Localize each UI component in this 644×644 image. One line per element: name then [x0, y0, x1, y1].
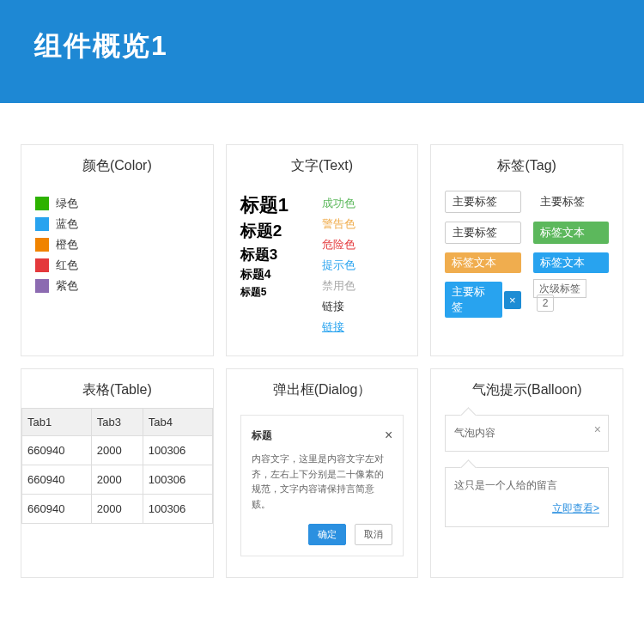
tag-closable-label: 主要标签	[445, 282, 502, 318]
table-cell: 660940	[22, 495, 92, 524]
color-swatch	[35, 217, 49, 231]
color-card-title: 颜色(Color)	[21, 145, 213, 184]
balloon-card: 气泡提示(Balloon) 气泡内容 × 这只是一个人给的留言 立即查看>	[430, 368, 623, 578]
color-row: 红色	[35, 258, 199, 273]
tag-card-title: 标签(Tag)	[431, 145, 623, 184]
headings-column: 标题1 标题2 标题3 标题4 标题5	[240, 191, 322, 340]
color-swatch	[35, 279, 49, 293]
table-header[interactable]: Tab1	[22, 409, 92, 436]
cancel-button[interactable]: 取消	[355, 524, 392, 545]
balloon-tip-1: 气泡内容 ×	[445, 415, 609, 452]
page-banner: 组件概览1	[0, 0, 644, 103]
dialog-title: 标题	[252, 428, 272, 443]
balloon-link[interactable]: 立即查看>	[454, 501, 599, 516]
state-disabled: 禁用色	[322, 278, 404, 294]
heading-2: 标题2	[240, 220, 322, 242]
heading-3: 标题3	[240, 245, 322, 264]
color-row: 蓝色	[35, 216, 199, 232]
color-card: 颜色(Color) 绿色蓝色橙色红色紫色	[21, 144, 214, 356]
table-cell: 660940	[22, 465, 92, 495]
states-column: 成功色 警告色 危险色 提示色 禁用色 链接 链接	[322, 191, 404, 340]
table-header[interactable]: Tab4	[143, 409, 212, 436]
balloon-card-title: 气泡提示(Balloon)	[431, 369, 623, 408]
table-row: 6609402000100306	[22, 495, 213, 524]
tag-badge: 2	[537, 295, 555, 312]
heading-5: 标题5	[240, 285, 322, 300]
tag-card: 标签(Tag) 主要标签 主要标签 主要标签 标签文本 标签文本 标签文本 主要…	[430, 144, 623, 356]
balloon-text: 这只是一个人给的留言	[454, 479, 557, 491]
dialog-body-text: 内容文字，这里是内容文字左对齐，左右上下分别是二十像素的规范，文字内容请保持言简…	[252, 452, 393, 512]
color-label: 蓝色	[56, 216, 78, 232]
table-row: 6609402000100306	[22, 436, 213, 465]
table-cell: 2000	[91, 436, 143, 465]
heading-1: 标题1	[240, 192, 322, 218]
state-danger: 危险色	[322, 237, 404, 252]
close-icon[interactable]: ×	[594, 422, 601, 436]
tag-primary-plain[interactable]: 主要标签	[533, 191, 609, 213]
state-link[interactable]: 链接	[322, 299, 404, 314]
dialog-card: 弹出框(Dialog） 标题 × 内容文字，这里是内容文字左对齐，左右上下分别是…	[226, 368, 419, 578]
tag-green[interactable]: 标签文本	[533, 222, 609, 244]
color-row: 紫色	[35, 278, 199, 294]
close-icon[interactable]: ×	[504, 291, 521, 309]
page-title: 组件概览1	[34, 27, 610, 65]
table-cell: 2000	[91, 465, 143, 495]
tag-primary-outline-2[interactable]: 主要标签	[445, 222, 520, 244]
color-label: 橙色	[56, 237, 78, 252]
table-cell: 100306	[143, 465, 212, 495]
color-swatch	[35, 258, 49, 272]
confirm-button[interactable]: 确定	[308, 524, 346, 545]
table-card: 表格(Table) Tab1Tab3Tab4 66094020001003066…	[21, 368, 214, 578]
tag-blue[interactable]: 标签文本	[533, 252, 609, 273]
color-label: 绿色	[56, 196, 78, 211]
table-header[interactable]: Tab3	[91, 409, 143, 436]
table-cell: 100306	[143, 495, 212, 524]
text-card-title: 文字(Text)	[227, 145, 418, 184]
tag-primary-outline[interactable]: 主要标签	[445, 191, 520, 213]
state-link-active[interactable]: 链接	[322, 319, 404, 335]
table-cell: 2000	[91, 495, 143, 524]
table-row: 6609402000100306	[22, 465, 213, 495]
dialog-card-title: 弹出框(Dialog）	[227, 369, 418, 408]
balloon-tip-2: 这只是一个人给的留言 立即查看>	[445, 467, 609, 527]
heading-4: 标题4	[240, 267, 322, 283]
balloon-text: 气泡内容	[454, 427, 495, 439]
color-swatch	[35, 238, 49, 252]
color-label: 红色	[56, 258, 78, 273]
data-table: Tab1Tab3Tab4 660940200010030666094020001…	[21, 408, 213, 524]
tag-closable[interactable]: 主要标签 ×	[445, 282, 520, 318]
state-info: 提示色	[322, 258, 404, 273]
component-grid: 颜色(Color) 绿色蓝色橙色红色紫色 文字(Text) 标题1 标题2 标题…	[0, 103, 644, 578]
color-row: 橙色	[35, 237, 199, 252]
color-swatch	[35, 197, 49, 210]
tag-orange[interactable]: 标签文本	[445, 252, 520, 273]
color-row: 绿色	[35, 196, 199, 211]
state-warning: 警告色	[322, 216, 404, 232]
tag-secondary-group: 次级标签 2	[533, 282, 609, 318]
close-icon[interactable]: ×	[385, 428, 392, 443]
state-success: 成功色	[322, 196, 404, 211]
color-label: 紫色	[56, 278, 78, 294]
table-cell: 660940	[22, 436, 92, 465]
text-card: 文字(Text) 标题1 标题2 标题3 标题4 标题5 成功色 警告色 危险色…	[226, 144, 419, 356]
table-card-title: 表格(Table)	[21, 369, 213, 408]
dialog-box: 标题 × 内容文字，这里是内容文字左对齐，左右上下分别是二十像素的规范，文字内容…	[240, 415, 404, 556]
table-cell: 100306	[143, 436, 212, 465]
